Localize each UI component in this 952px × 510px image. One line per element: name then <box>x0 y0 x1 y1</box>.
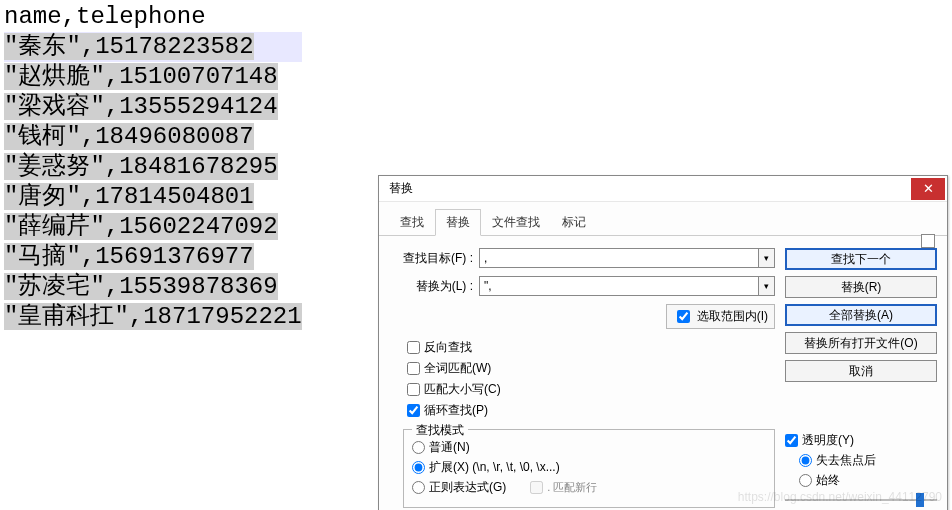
dialog-titlebar: 替换 ✕ <box>379 176 947 202</box>
search-mode-group: 查找模式 普通(N) 扩展(X) (\n, \r, \t, \0, \x...)… <box>403 429 775 508</box>
wrap-checkbox[interactable]: 循环查找(P) <box>407 402 775 419</box>
find-history-dropdown[interactable]: ▾ <box>759 248 775 268</box>
dialog-tabs: 查找 替换 文件查找 标记 <box>379 202 947 236</box>
options-toggle-icon[interactable] <box>921 234 935 248</box>
backward-checkbox[interactable]: 反向查找 <box>407 339 775 356</box>
close-icon[interactable]: ✕ <box>911 178 945 200</box>
editor-line: "姜惑努",18481678295 <box>4 152 302 182</box>
editor-area[interactable]: name,telephone"秦东",15178223582"赵烘脆",1510… <box>0 0 306 334</box>
editor-line: "薛编芹",15602247092 <box>4 212 302 242</box>
transparency-always[interactable]: 始终 <box>799 472 937 489</box>
transparency-onlosefocus[interactable]: 失去焦点后 <box>799 452 937 469</box>
editor-line: "钱柯",18496080087 <box>4 122 302 152</box>
transparency-checkbox[interactable]: 透明度(Y) <box>785 432 937 449</box>
watermark-text: https://blog.csdn.net/weixin_44112790 <box>738 490 942 504</box>
editor-line: "秦东",15178223582 <box>4 32 302 62</box>
editor-line: "赵烘脆",15100707148 <box>4 62 302 92</box>
cancel-button[interactable]: 取消 <box>785 360 937 382</box>
mode-extended[interactable]: 扩展(X) (\n, \r, \t, \0, \x...) <box>412 459 766 476</box>
dialog-title: 替换 <box>389 180 911 197</box>
replace-history-dropdown[interactable]: ▾ <box>759 276 775 296</box>
wholeword-input[interactable] <box>407 362 420 375</box>
in-selection-checkbox[interactable]: 选取范围内(I) <box>666 304 775 329</box>
mode-regex[interactable]: 正则表达式(G) . 匹配新行 <box>412 479 766 496</box>
wholeword-checkbox[interactable]: 全词匹配(W) <box>407 360 775 377</box>
replace-in-open-files-button[interactable]: 替换所有打开文件(O) <box>785 332 937 354</box>
in-selection-input[interactable] <box>677 310 690 323</box>
editor-line: "梁戏容",13555294124 <box>4 92 302 122</box>
matchcase-checkbox[interactable]: 匹配大小写(C) <box>407 381 775 398</box>
find-label: 查找目标(F) : <box>389 250 479 267</box>
backward-input[interactable] <box>407 341 420 354</box>
replace-input[interactable] <box>479 276 759 296</box>
replace-button[interactable]: 替换(R) <box>785 276 937 298</box>
match-newline-checkbox[interactable]: . 匹配新行 <box>530 480 597 495</box>
tab-find[interactable]: 查找 <box>389 209 435 236</box>
replace-all-button[interactable]: 全部替换(A) <box>785 304 937 326</box>
replace-label: 替换为(L) : <box>389 278 479 295</box>
replace-dialog: 替换 ✕ 查找 替换 文件查找 标记 查找目标(F) : ▾ 替换为(L) : … <box>378 175 948 510</box>
search-mode-legend: 查找模式 <box>412 422 468 439</box>
editor-line: "苏凌宅",15539878369 <box>4 272 302 302</box>
editor-line: "马摘",15691376977 <box>4 242 302 272</box>
tab-mark[interactable]: 标记 <box>551 209 597 236</box>
in-selection-label: 选取范围内(I) <box>697 308 768 325</box>
find-next-button[interactable]: 查找下一个 <box>785 248 937 270</box>
tab-findinfiles[interactable]: 文件查找 <box>481 209 551 236</box>
wrap-input[interactable] <box>407 404 420 417</box>
tab-replace[interactable]: 替换 <box>435 209 481 236</box>
matchcase-input[interactable] <box>407 383 420 396</box>
editor-line: "唐匆",17814504801 <box>4 182 302 212</box>
mode-normal[interactable]: 普通(N) <box>412 439 766 456</box>
editor-line: "皇甫科扛",18717952221 <box>4 302 302 332</box>
editor-header-line: name,telephone <box>4 2 302 32</box>
find-input[interactable] <box>479 248 759 268</box>
